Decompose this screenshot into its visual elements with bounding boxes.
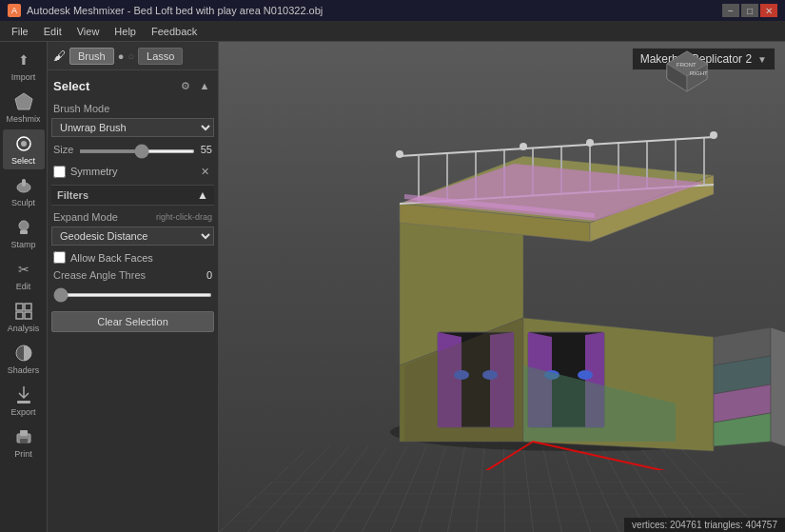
- meshmix-icon: [13, 91, 34, 112]
- brush-icon: 🖌: [53, 49, 66, 63]
- back-faces-row: Allow Back Faces: [51, 249, 214, 266]
- svg-text:RIGHT: RIGHT: [690, 70, 708, 76]
- panel-header: Select ⚙ ▲: [51, 74, 214, 97]
- crease-angle-value: 0: [206, 269, 212, 281]
- radio-icon1: ●: [118, 50, 125, 62]
- sidebar-item-export[interactable]: Export: [3, 381, 45, 421]
- bed-model: [343, 70, 785, 470]
- app-icon: A: [8, 4, 21, 17]
- sidebar-item-shaders[interactable]: Shaders: [3, 339, 45, 379]
- size-slider-container: [79, 143, 194, 156]
- collapse-icon[interactable]: ▲: [197, 78, 212, 93]
- svg-rect-10: [25, 312, 31, 319]
- back-faces-checkbox[interactable]: [53, 251, 66, 264]
- menubar: File Edit View Help Feedback: [0, 21, 785, 42]
- expand-mode-label: Expand Mode: [53, 211, 118, 223]
- menu-feedback[interactable]: Feedback: [144, 21, 205, 41]
- orientation-cube[interactable]: FRONT RIGHT: [665, 49, 709, 93]
- brush-mode-label: Brush Mode: [53, 103, 109, 114]
- sidebar-label-shaders: Shaders: [8, 365, 40, 375]
- expand-mode-select[interactable]: Geodesic Distance Normal Angle 3D Distan…: [51, 227, 214, 246]
- printer-dropdown-arrow: ▼: [757, 54, 767, 65]
- analysis-icon: [13, 301, 34, 322]
- filters-collapse-icon: ▲: [197, 188, 208, 202]
- shaders-icon: [13, 343, 34, 364]
- icon-strip: ⬆ Import Meshmix Select: [0, 42, 48, 532]
- sidebar-item-import[interactable]: ⬆ Import: [3, 46, 45, 86]
- panel-header-icons: ⚙ ▲: [178, 78, 212, 93]
- symmetry-label: Symmetry: [70, 166, 118, 177]
- sidebar-item-analysis[interactable]: Analysis: [3, 297, 45, 337]
- select-panel-content: Select ⚙ ▲ Brush Mode Unwrap Brush Selec…: [48, 70, 218, 532]
- clear-selection-button[interactable]: Clear Selection: [51, 311, 214, 332]
- lasso-label: Lasso: [147, 50, 174, 62]
- sidebar-label-analysis: Analysis: [8, 324, 40, 333]
- titlebar: A Autodesk Meshmixer - Bed Loft bed with…: [0, 0, 785, 21]
- size-value: 55: [201, 144, 212, 155]
- sidebar-label-import: Import: [11, 72, 36, 82]
- select-icon: [13, 133, 34, 154]
- stamp-icon: [13, 217, 34, 238]
- symmetry-checkbox[interactable]: [53, 166, 66, 178]
- clear-selection-label: Clear Selection: [97, 316, 168, 327]
- close-button[interactable]: ✕: [760, 4, 777, 17]
- symmetry-settings-icon[interactable]: ✕: [197, 164, 212, 179]
- main-layout: ⬆ Import Meshmix Select: [0, 42, 785, 532]
- menu-help[interactable]: Help: [107, 21, 144, 41]
- radio-icon2: ○: [128, 50, 134, 62]
- size-slider[interactable]: [79, 149, 194, 153]
- import-icon: ⬆: [13, 49, 34, 70]
- print-icon: [13, 426, 34, 447]
- brush-button[interactable]: Brush: [69, 48, 114, 65]
- symmetry-row: Symmetry ✕: [51, 162, 214, 181]
- svg-rect-15: [20, 439, 28, 443]
- brush-mode-select[interactable]: Unwrap Brush Select Brush Erase Brush Ex…: [51, 118, 214, 137]
- sidebar-item-meshmix[interactable]: Meshmix: [3, 88, 45, 128]
- sidebar-item-print[interactable]: Print: [3, 423, 45, 463]
- tools-panel: 🖌 Brush ● ○ Lasso Select ⚙ ▲ Brush Mode: [48, 42, 219, 532]
- filters-section[interactable]: Filters ▲: [51, 185, 214, 206]
- lasso-button[interactable]: Lasso: [138, 48, 183, 65]
- viewport[interactable]: Makerbot Replicator 2 ▼ FRONT RIGHT vert…: [219, 42, 785, 532]
- window-title: Autodesk Meshmixer - Bed Loft bed with p…: [27, 5, 323, 16]
- svg-point-44: [710, 131, 717, 139]
- sidebar-label-sculpt: Sculpt: [11, 198, 35, 207]
- menu-edit[interactable]: Edit: [36, 21, 69, 41]
- crease-angle-slider[interactable]: [53, 293, 212, 297]
- filters-label: Filters: [57, 189, 88, 201]
- svg-rect-14: [20, 430, 28, 436]
- expand-mode-hint: right-click-drag: [156, 212, 212, 222]
- svg-point-5: [19, 221, 29, 230]
- expand-mode-row: Expand Mode right-click-drag: [51, 209, 214, 225]
- svg-rect-4: [22, 179, 26, 187]
- sidebar-item-stamp[interactable]: Stamp: [3, 213, 45, 253]
- svg-line-39: [400, 137, 714, 156]
- svg-rect-9: [16, 312, 23, 319]
- sidebar-label-export: Export: [10, 407, 35, 417]
- brush-mode-row: Brush Mode: [51, 101, 214, 116]
- settings-icon[interactable]: ⚙: [178, 78, 193, 93]
- edit-icon: ✂: [13, 259, 34, 280]
- sidebar-label-print: Print: [14, 449, 32, 459]
- size-label: Size: [53, 144, 73, 155]
- svg-point-43: [586, 139, 594, 147]
- svg-point-56: [578, 370, 593, 380]
- panel-title: Select: [53, 79, 89, 93]
- minimize-button[interactable]: −: [722, 4, 739, 17]
- sidebar-label-edit: Edit: [16, 282, 31, 291]
- svg-marker-0: [15, 93, 32, 109]
- export-icon: [13, 384, 34, 405]
- menu-view[interactable]: View: [69, 21, 108, 41]
- svg-point-42: [520, 143, 527, 150]
- status-text: vertices: 204761 triangles: 404757: [632, 520, 777, 530]
- statusbar: vertices: 204761 triangles: 404757: [624, 518, 785, 532]
- sidebar-item-select[interactable]: Select: [3, 129, 45, 169]
- sidebar-item-sculpt[interactable]: Sculpt: [3, 171, 45, 211]
- crease-angle-label: Crease Angle Thres: [53, 269, 146, 281]
- size-row: Size 55: [51, 141, 214, 158]
- toolbar-top: 🖌 Brush ● ○ Lasso: [48, 42, 218, 70]
- sidebar-item-edit[interactable]: ✂ Edit: [3, 255, 45, 295]
- menu-file[interactable]: File: [4, 21, 36, 41]
- sidebar-label-stamp: Stamp: [10, 240, 35, 249]
- maximize-button[interactable]: □: [741, 4, 758, 17]
